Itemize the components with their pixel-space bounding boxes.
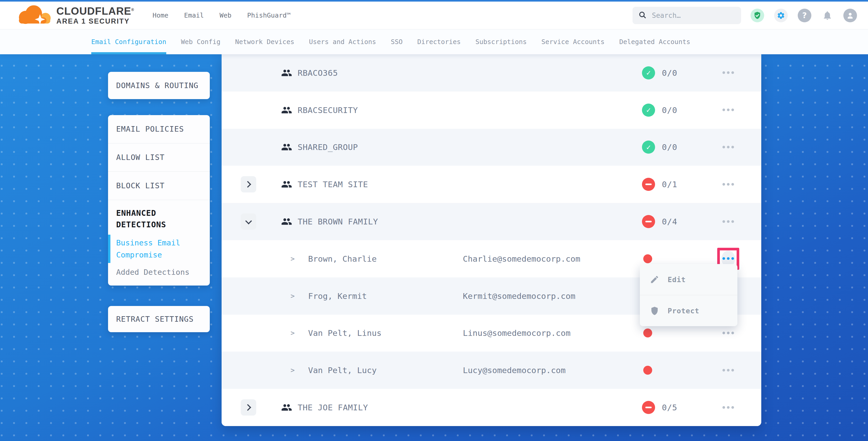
menu-item-edit[interactable]: Edit [640,264,737,295]
user-avatar-icon[interactable] [843,9,857,22]
sidebar-item-retract-settings[interactable]: RETRACT SETTINGS [108,306,210,332]
ellipsis-icon [722,331,735,335]
sidebar-item-email-policies[interactable]: EMAIL POLICIES [108,115,210,144]
status-badge-icon [642,401,655,414]
secondary-nav: Email Configuration Web Config Network D… [0,29,868,54]
row-name: THE JOE FAMILY [298,403,368,412]
member-chevron-icon: > [290,255,295,263]
nav-email[interactable]: Email [184,11,204,19]
member-email: Lucy@somedemocorp.com [463,366,566,375]
top-header: CLOUDFLARE® AREA 1 SECURITY Home Email W… [0,2,868,29]
expand-toggle-button[interactable] [241,213,256,230]
row-name: TEST TEAM SITE [298,180,368,189]
primary-nav: Home Email Web PhishGuard™ [153,11,290,19]
member-email: Linus@somedemocorp.com [463,328,570,338]
row-menu-button[interactable] [717,99,739,121]
search-input[interactable] [651,11,735,20]
status-badge-icon [642,178,655,191]
shield-check-icon[interactable] [750,9,764,22]
group-people-icon [281,141,292,153]
status-dot [643,366,652,375]
tab-subscriptions[interactable]: Subscriptions [475,29,527,54]
row-menu-button[interactable] [717,173,739,195]
tab-users-and-actions[interactable]: Users and Actions [309,29,376,54]
menu-item-protect[interactable]: Protect [640,295,737,326]
row-name: THE BROWN FAMILY [298,217,378,226]
ellipsis-icon [722,183,735,186]
help-icon[interactable]: ? [798,9,811,22]
ellipsis-icon [722,220,735,224]
menu-button-circle [722,71,735,75]
notifications-bell-icon[interactable] [821,9,833,22]
menu-button-circle [722,220,735,224]
tab-service-accounts[interactable]: Service Accounts [541,29,605,54]
cloudflare-cloud-icon [14,3,54,28]
menu-button-circle [722,368,735,372]
enhanced-detections-title[interactable]: ENHANCED DETECTIONS [116,208,202,230]
row-name: Van Pelt, Linus [308,328,381,338]
expand-toggle-button[interactable] [241,176,256,192]
row-context-menu: Edit Protect [640,264,737,326]
row-menu-button[interactable] [717,359,739,381]
row-name: RBACSECURITY [298,105,358,115]
status-count: 0/0 [662,68,677,77]
sidebar-item-added-detections[interactable]: Added Detections [116,268,202,277]
tab-network-devices[interactable]: Network Devices [235,29,294,54]
settings-gear-icon[interactable] [774,9,788,22]
row-menu-button[interactable] [717,397,739,418]
tab-sso[interactable]: SSO [391,29,403,54]
nav-web[interactable]: Web [219,11,231,19]
app-window: CLOUDFLARE® AREA 1 SECURITY Home Email W… [0,0,868,441]
group-people-icon [281,402,292,413]
table-row: TEST TEAM SITE 0/1 [222,166,761,203]
ellipsis-icon [722,257,735,261]
sidebar-item-business-email-compromise[interactable]: Business Email Compromise [116,237,202,261]
cloudflare-logo[interactable]: CLOUDFLARE® AREA 1 SECURITY [14,3,134,28]
table-row: RBACSECURITY 0/0 [222,92,761,129]
status-dot [643,254,652,263]
table-row: THE BROWN FAMILY 0/4 [222,203,761,240]
expand-toggle-button[interactable] [241,399,256,416]
status-badge-icon [642,140,655,154]
status-count: 0/0 [662,105,677,115]
nav-phishguard[interactable]: PhishGuard™ [247,11,291,19]
table-row: > Van Pelt, Lucy Lucy@somedemocorp.com [222,352,761,389]
tab-email-configuration[interactable]: Email Configuration [91,29,166,54]
group-people-icon [281,105,292,116]
row-name: RBACO365 [298,68,338,77]
sidebar-item-allow-list[interactable]: ALLOW LIST [108,144,210,172]
sidebar-item-block-list[interactable]: BLOCK LIST [108,172,210,200]
row-name: Van Pelt, Lucy [308,366,377,375]
menu-button-circle [722,108,735,112]
nav-home[interactable]: Home [153,11,168,19]
row-menu-button[interactable] [717,211,739,232]
table-row: THE JOE FAMILY 0/5 [222,389,761,426]
row-menu-button[interactable] [717,136,739,158]
tab-web-config[interactable]: Web Config [181,29,221,54]
menu-item-edit-label: Edit [668,276,686,284]
tab-delegated-accounts[interactable]: Delegated Accounts [619,29,690,54]
status-count: 0/5 [662,403,677,412]
tab-directories[interactable]: Directories [417,29,461,54]
status-count: 0/0 [662,143,677,152]
row-name: SHARED_GROUP [298,143,358,152]
member-chevron-icon: > [290,329,295,337]
member-email: Charlie@somedemocorp.com [463,254,580,263]
sidebar-policies-card: EMAIL POLICIES ALLOW LIST BLOCK LIST ENH… [108,115,210,286]
ellipsis-icon [722,108,735,112]
ellipsis-icon [722,145,735,149]
member-email: Kermit@somedemocorp.com [463,291,575,301]
sidebar-item-domains-routing[interactable]: DOMAINS & ROUTING [108,72,210,99]
member-chevron-icon: > [290,366,295,374]
status-dot [643,328,652,338]
ellipsis-icon [722,368,735,372]
top-edge-strip [0,0,868,2]
sidebar-section-enhanced-detections: ENHANCED DETECTIONS Business Email Compr… [108,200,210,286]
status-badge-icon [642,103,655,117]
row-menu-button[interactable] [717,62,739,84]
status-count: 0/1 [662,180,677,189]
search-box[interactable] [632,7,741,24]
group-people-icon [281,179,292,190]
status-badge-icon [642,66,655,80]
chevron-icon [244,404,251,411]
